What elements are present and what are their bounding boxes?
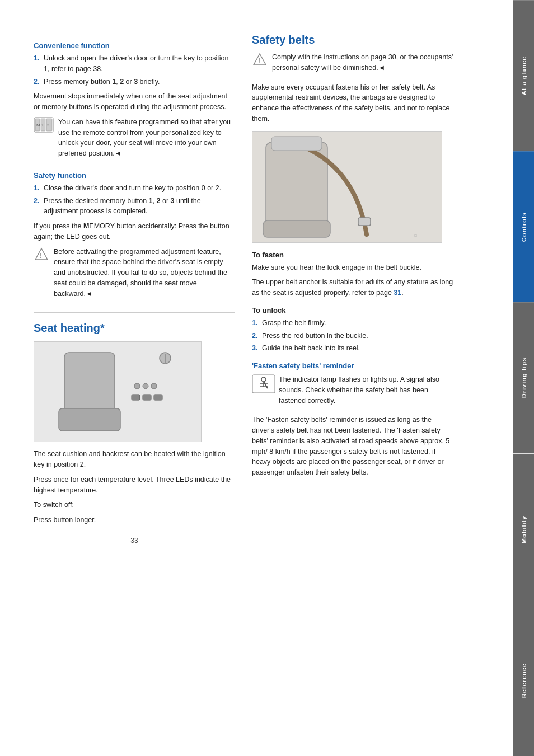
reminder-icon-box: The indicator lamp flashes or lights up.… [252, 374, 453, 410]
safety-belt-image: © [252, 131, 442, 243]
to-unlock-heading: To unlock [252, 306, 453, 314]
to-unlock-steps-list: 1. Grasp the belt firmly. 2. Press the r… [252, 318, 453, 354]
svg-rect-23 [358, 218, 371, 226]
safety-function-heading: Safety function [34, 171, 235, 180]
svg-rect-9 [64, 353, 115, 414]
svg-rect-15 [143, 395, 151, 400]
fasten-reminder-heading: 'Fasten safety belts' reminder [252, 361, 453, 370]
left-column: Convenience function 1. Unlock and open … [34, 34, 235, 734]
sidebar-tab-reference[interactable]: Reference [513, 605, 534, 756]
svg-rect-14 [132, 395, 140, 400]
svg-text:!: ! [258, 57, 260, 65]
convenience-para1: Movement stops immediately when one of t… [34, 91, 235, 112]
svg-text:©: © [414, 234, 418, 238]
convenience-note-text: You can have this feature programmed so … [58, 117, 235, 159]
svg-rect-16 [154, 395, 162, 400]
seat-heating-para1: The seat cushion and backrest can be hea… [34, 449, 235, 470]
seat-heating-heading: Seat heating* [34, 322, 235, 335]
safety-function-para1: If you press the MEMORY button accidenta… [34, 221, 235, 242]
convenience-note: M 1 2 You can have this feature programm… [34, 117, 235, 163]
sidebar-right: At a glance Controls Driving tips Mobili… [513, 0, 534, 756]
fasten-reminder-para1: The indicator lamp flashes or lights up.… [279, 374, 453, 406]
svg-point-13 [151, 383, 157, 389]
svg-text:!: ! [40, 252, 42, 260]
list-item: 1. Close the driver's door and turn the … [34, 183, 235, 194]
svg-point-12 [143, 383, 148, 389]
seat-heating-para3: To switch off: [34, 500, 235, 510]
sidebar-tab-controls[interactable]: Controls [513, 151, 534, 302]
list-item: 3. Guide the belt back into its reel. [252, 343, 453, 354]
safety-belts-para1: Make sure every occupant fastens his or … [252, 82, 453, 124]
svg-point-11 [134, 383, 140, 389]
safety-belts-warning: ! Comply with the instructions on page 3… [252, 52, 453, 78]
section-divider [34, 312, 235, 313]
convenience-steps-list: 1. Unlock and open the driver's door or … [34, 53, 235, 87]
safety-steps-list: 1. Close the driver's door and turn the … [34, 183, 235, 217]
svg-text:1: 1 [41, 123, 44, 127]
list-item: 1. Grasp the belt firmly. [252, 318, 453, 328]
to-fasten-para1: Make sure you hear the lock engage in th… [252, 262, 453, 273]
safety-function-warning-text: Before activating the programmed adjustm… [54, 247, 235, 299]
safety-belts-heading: Safety belts [252, 34, 453, 46]
svg-text:M: M [36, 123, 40, 128]
seat-memory-icon: M 1 2 [34, 117, 55, 134]
to-fasten-para2: The upper belt anchor is suitable for ad… [252, 277, 453, 298]
list-item: 2. Press memory button 1, 2 or 3 briefly… [34, 77, 235, 87]
svg-rect-22 [263, 220, 330, 237]
sidebar-tab-mobility[interactable]: Mobility [513, 454, 534, 605]
main-content: Convenience function 1. Unlock and open … [0, 0, 513, 756]
svg-rect-24 [271, 137, 322, 151]
safety-function-warning: ! Before activating the programmed adjus… [34, 247, 235, 304]
convenience-function-heading: Convenience function [34, 41, 235, 50]
seat-heating-para2: Press once for each temperature level. T… [34, 475, 235, 496]
seatbelt-reminder-icon [252, 374, 274, 395]
list-item: 2. Press the red button in the buckle. [252, 331, 453, 341]
svg-point-27 [261, 377, 266, 382]
to-fasten-heading: To fasten [252, 251, 453, 259]
sidebar-tab-driving-tips[interactable]: Driving tips [513, 302, 534, 453]
fasten-reminder-para2: The 'Fasten safety belts' reminder is is… [252, 415, 453, 478]
warning-triangle-icon-2: ! [252, 52, 268, 68]
seat-heating-para4: Press button longer. [34, 515, 235, 525]
list-item: 2. Press the desired memory button 1, 2 … [34, 196, 235, 217]
warning-triangle-icon: ! [34, 247, 49, 262]
list-item: 1. Unlock and open the driver's door or … [34, 53, 235, 74]
page-wrapper: Convenience function 1. Unlock and open … [0, 0, 534, 756]
svg-rect-10 [59, 408, 120, 431]
svg-line-30 [264, 382, 268, 388]
sidebar-tab-at-a-glance[interactable]: At a glance [513, 0, 534, 151]
safety-belts-warning-text: Comply with the instructions on page 30,… [272, 52, 453, 73]
right-column: Safety belts ! Comply with the instructi… [252, 34, 453, 734]
page-number: 33 [34, 537, 235, 544]
svg-text:2: 2 [47, 123, 49, 127]
seat-heating-image [34, 341, 202, 442]
